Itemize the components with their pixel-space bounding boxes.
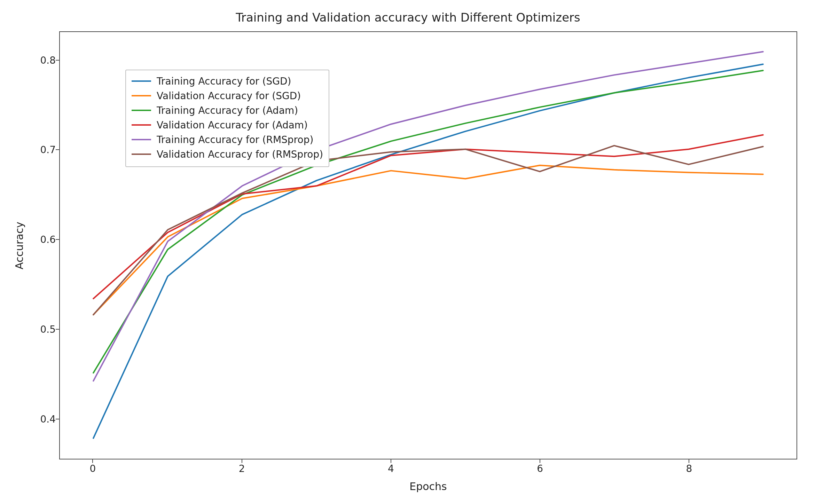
- y-tick: [56, 329, 59, 330]
- legend-swatch: [132, 153, 151, 155]
- series-line: [93, 165, 763, 315]
- x-tick-label: 2: [239, 463, 245, 474]
- y-tick-label: 0.4: [31, 413, 56, 425]
- x-tick-label: 4: [388, 463, 394, 474]
- x-tick: [92, 459, 93, 463]
- plot-area: Training Accuracy for (SGD)Validation Ac…: [59, 31, 797, 459]
- legend-label: Training Accuracy for (Adam): [157, 105, 298, 116]
- x-tick-label: 0: [89, 463, 96, 474]
- x-tick: [540, 459, 540, 463]
- x-tick-label: 6: [537, 463, 543, 474]
- y-tick-label: 0.6: [31, 234, 56, 245]
- legend-item: Training Accuracy for (SGD): [132, 74, 323, 88]
- legend-item: Training Accuracy for (RMSprop): [132, 132, 323, 147]
- legend-label: Validation Accuracy for (Adam): [157, 119, 308, 131]
- legend-label: Validation Accuracy for (SGD): [157, 90, 301, 102]
- legend-item: Validation Accuracy for (SGD): [132, 88, 323, 103]
- legend-swatch: [132, 124, 151, 126]
- y-tick-label: 0.8: [31, 54, 56, 66]
- legend-item: Validation Accuracy for (RMSprop): [132, 147, 323, 162]
- legend-label: Training Accuracy for (RMSprop): [157, 134, 313, 145]
- chart-title: Training and Validation accuracy with Di…: [0, 10, 816, 24]
- y-axis-label-wrap: Accuracy: [12, 31, 26, 459]
- x-tick: [391, 459, 391, 463]
- legend: Training Accuracy for (SGD)Validation Ac…: [125, 70, 329, 167]
- y-tick-label: 0.5: [31, 324, 56, 335]
- y-tick: [56, 149, 59, 150]
- y-tick: [56, 60, 59, 61]
- legend-item: Training Accuracy for (Adam): [132, 103, 323, 118]
- legend-swatch: [132, 80, 151, 82]
- y-tick-label: 0.7: [31, 144, 56, 156]
- chart-figure: Training and Validation accuracy with Di…: [0, 0, 816, 504]
- y-axis-label: Accuracy: [13, 222, 25, 269]
- y-tick: [56, 419, 59, 419]
- x-tick: [242, 459, 242, 463]
- x-tick-label: 8: [686, 463, 692, 474]
- legend-swatch: [132, 95, 151, 96]
- x-axis-label: Epochs: [59, 480, 797, 493]
- legend-swatch: [132, 110, 151, 111]
- legend-item: Validation Accuracy for (Adam): [132, 118, 323, 132]
- y-tick: [56, 239, 59, 240]
- legend-label: Training Accuracy for (SGD): [157, 76, 291, 87]
- x-tick: [689, 459, 689, 463]
- legend-label: Validation Accuracy for (RMSprop): [157, 149, 323, 160]
- legend-swatch: [132, 139, 151, 140]
